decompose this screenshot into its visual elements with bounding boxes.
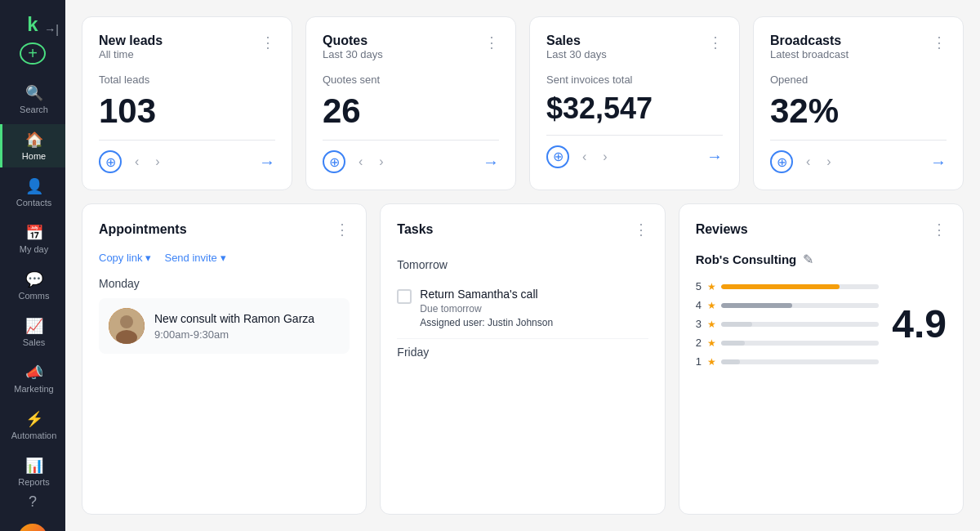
sidebar-item-sales[interactable]: 📈 Sales bbox=[0, 310, 65, 354]
stat-prev-button[interactable]: ‹ bbox=[803, 153, 813, 171]
review-bar-row-3: 3 ★ bbox=[696, 318, 880, 330]
reviews-menu-button[interactable]: ⋮ bbox=[932, 221, 947, 239]
sidebar-collapse-button[interactable]: →| bbox=[44, 23, 59, 36]
reports-icon: 📊 bbox=[25, 457, 43, 475]
stat-next-button[interactable]: › bbox=[823, 153, 834, 171]
bar-num: 5 bbox=[696, 280, 702, 292]
stat-card-header: New leads All time ⋮ bbox=[99, 33, 275, 60]
stat-arrow-button[interactable]: → bbox=[259, 153, 275, 172]
bottom-row: Appointments ⋮ Copy link ▾ Send invite ▾… bbox=[82, 203, 964, 515]
svg-point-1 bbox=[120, 315, 133, 328]
copy-link-button[interactable]: Copy link ▾ bbox=[99, 252, 151, 264]
task-checkbox[interactable] bbox=[397, 289, 412, 304]
sidebar-item-comms[interactable]: 💬 Comms bbox=[0, 264, 65, 307]
bar-num: 2 bbox=[696, 337, 702, 349]
bar-num: 3 bbox=[696, 318, 702, 330]
sidebar-nav: 🔍 Search 🏠 Home 👤 Contacts 📅 My day 💬 Co… bbox=[0, 78, 65, 493]
stat-label: Total leads bbox=[99, 74, 275, 86]
appointments-day: Monday bbox=[99, 277, 350, 290]
sidebar-item-marketing[interactable]: 📣 Marketing bbox=[0, 357, 65, 400]
stat-card-header: Broadcasts Latest broadcast ⋮ bbox=[770, 33, 947, 60]
send-invite-button[interactable]: Send invite ▾ bbox=[164, 252, 225, 264]
stat-add-button[interactable]: ⊕ bbox=[770, 150, 793, 173]
stat-menu-button[interactable]: ⋮ bbox=[261, 33, 275, 51]
stat-subtitle: Latest broadcast bbox=[770, 48, 849, 60]
review-company: Rob's Consulting ✎ bbox=[696, 252, 947, 267]
review-bars: 5 ★ 4 ★ bbox=[696, 280, 880, 368]
stat-arrow-button[interactable]: → bbox=[930, 153, 947, 172]
stat-title: New leads bbox=[99, 33, 163, 48]
sidebar-item-label: Automation bbox=[11, 431, 57, 440]
stat-value: 26 bbox=[323, 92, 499, 130]
appointments-menu-button[interactable]: ⋮ bbox=[335, 221, 350, 239]
stat-menu-button[interactable]: ⋮ bbox=[484, 33, 499, 51]
copy-link-label: Copy link bbox=[99, 252, 142, 264]
task-section-friday: Friday bbox=[397, 339, 648, 365]
review-bar-row-1: 1 ★ bbox=[696, 355, 880, 368]
company-name: Rob's Consulting bbox=[696, 252, 797, 266]
stat-title: Quotes bbox=[323, 33, 383, 48]
sidebar-item-label: Contacts bbox=[16, 198, 51, 207]
stat-arrow-button[interactable]: → bbox=[483, 153, 499, 172]
help-button[interactable]: ? bbox=[29, 493, 37, 511]
star-icon: ★ bbox=[707, 319, 716, 330]
review-bar-row-2: 2 ★ bbox=[696, 337, 880, 349]
stat-label: Sent invoices total bbox=[546, 74, 723, 86]
sidebar-item-label: Sales bbox=[23, 337, 46, 347]
bar-background bbox=[721, 322, 880, 327]
sidebar-item-automation[interactable]: ⚡ Automation bbox=[0, 404, 65, 447]
user-avatar[interactable]: 👱 bbox=[18, 524, 47, 531]
sidebar-item-label: Reports bbox=[18, 477, 50, 487]
stat-prev-button[interactable]: ‹ bbox=[355, 153, 366, 171]
widget-header: Reviews ⋮ bbox=[696, 221, 947, 239]
review-bar-row-4: 4 ★ bbox=[696, 299, 880, 311]
task-section-tomorrow: Tomorrow bbox=[397, 252, 648, 278]
stat-menu-button[interactable]: ⋮ bbox=[708, 33, 723, 51]
stat-add-button[interactable]: ⊕ bbox=[99, 150, 122, 173]
bar-background bbox=[721, 341, 880, 346]
stat-next-button[interactable]: › bbox=[376, 153, 386, 171]
stat-subtitle: Last 30 days bbox=[546, 48, 607, 60]
stat-card-header: Sales Last 30 days ⋮ bbox=[546, 33, 723, 60]
stat-footer: ⊕ ‹ › → bbox=[546, 135, 723, 168]
sidebar-item-reports[interactable]: 📊 Reports bbox=[0, 450, 65, 493]
stat-prev-button[interactable]: ‹ bbox=[579, 148, 590, 166]
stat-subtitle: Last 30 days bbox=[323, 48, 383, 60]
sidebar-logo: k bbox=[27, 13, 38, 36]
bar-background bbox=[721, 303, 880, 308]
stat-label: Quotes sent bbox=[323, 74, 499, 86]
review-score: 4.9 bbox=[892, 305, 947, 344]
stat-menu-button[interactable]: ⋮ bbox=[932, 33, 947, 51]
stat-add-button[interactable]: ⊕ bbox=[323, 150, 345, 173]
stat-card-sales: Sales Last 30 days ⋮ Sent invoices total… bbox=[529, 16, 740, 190]
sidebar-item-myday[interactable]: 📅 My day bbox=[0, 217, 65, 261]
widget-header: Appointments ⋮ bbox=[99, 221, 350, 239]
sidebar-item-label: Comms bbox=[19, 291, 50, 301]
bar-background bbox=[721, 284, 880, 289]
stat-value: 103 bbox=[99, 92, 275, 130]
automation-icon: ⚡ bbox=[25, 410, 43, 428]
stat-arrow-button[interactable]: → bbox=[706, 147, 723, 166]
search-icon: 🔍 bbox=[25, 84, 43, 102]
sidebar-add-button[interactable]: + bbox=[20, 42, 46, 65]
stat-next-button[interactable]: › bbox=[152, 153, 163, 171]
task-name: Return Samantha's call bbox=[420, 288, 553, 301]
sidebar-item-home[interactable]: 🏠 Home bbox=[0, 124, 65, 167]
tasks-menu-button[interactable]: ⋮ bbox=[634, 221, 648, 239]
stat-add-button[interactable]: ⊕ bbox=[546, 145, 569, 168]
star-icon: ★ bbox=[707, 300, 716, 311]
stat-next-button[interactable]: › bbox=[599, 148, 610, 166]
review-content: 5 ★ 4 ★ bbox=[696, 280, 947, 368]
stat-prev-button[interactable]: ‹ bbox=[131, 153, 142, 171]
edit-icon[interactable]: ✎ bbox=[803, 252, 813, 267]
sidebar-item-label: Home bbox=[22, 151, 46, 161]
tasks-title: Tasks bbox=[397, 222, 433, 237]
send-invite-label: Send invite bbox=[164, 252, 216, 264]
appointment-time: 9:00am-9:30am bbox=[154, 328, 314, 341]
stat-value: $32,547 bbox=[546, 92, 723, 125]
stat-footer: ⊕ ‹ › → bbox=[770, 140, 947, 173]
sidebar-item-contacts[interactable]: 👤 Contacts bbox=[0, 171, 65, 214]
bar-fill bbox=[721, 322, 753, 327]
sidebar-item-search[interactable]: 🔍 Search bbox=[0, 78, 65, 121]
bar-fill bbox=[721, 359, 740, 364]
